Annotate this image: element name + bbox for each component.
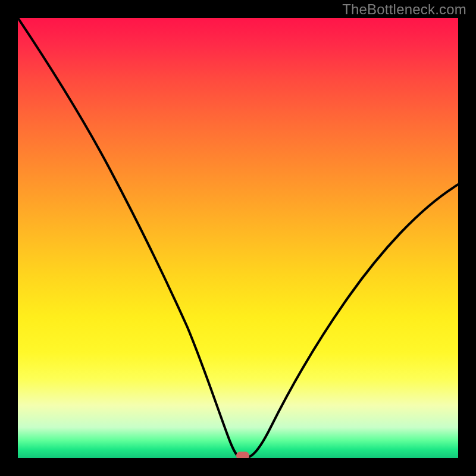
- chart-frame: TheBottleneck.com: [0, 0, 476, 476]
- bottleneck-curve: [18, 18, 458, 457]
- curve-layer: [18, 18, 458, 458]
- watermark-text: TheBottleneck.com: [342, 1, 466, 18]
- plot-area: [18, 18, 458, 458]
- optimal-marker: [236, 452, 249, 458]
